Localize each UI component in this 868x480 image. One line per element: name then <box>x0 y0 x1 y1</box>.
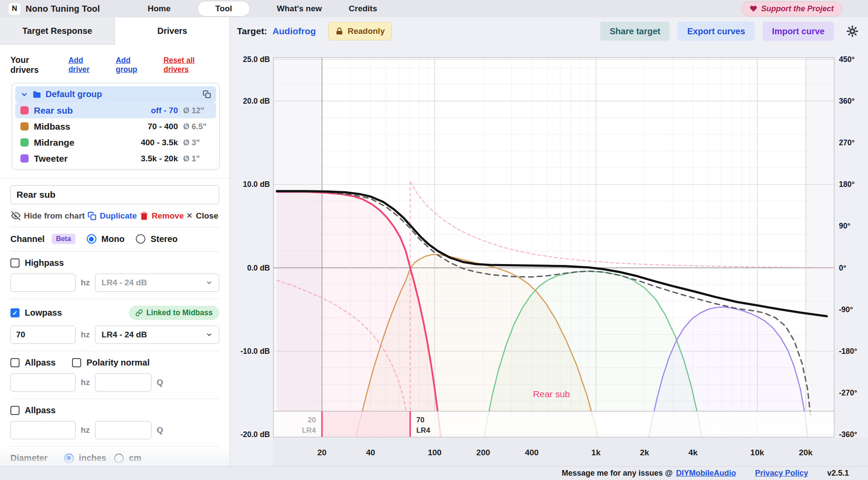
svg-text:100: 100 <box>428 448 442 457</box>
driver-group-header[interactable]: Default group <box>15 86 216 102</box>
privacy-policy-link[interactable]: Privacy Policy <box>755 469 808 478</box>
allpass1-checkbox[interactable] <box>10 358 20 367</box>
lowpass-label: Lowpass <box>25 308 62 318</box>
nav-tool[interactable]: Tool <box>197 1 250 16</box>
inches-radio[interactable] <box>64 454 74 463</box>
lowpass-freq-input[interactable] <box>10 326 76 344</box>
highpass-filter-value: LR4 - 24 dB <box>102 278 147 287</box>
svg-text:450°: 450° <box>839 55 855 64</box>
driver-name-input[interactable] <box>10 185 219 204</box>
driver-name: Midbass <box>34 121 142 132</box>
allpass2-label: Allpass <box>25 405 56 415</box>
chart-svg[interactable]: 20LR470LR4Rear sub20401002004001k2k4k10k… <box>230 43 868 466</box>
stereo-radio[interactable] <box>136 234 145 244</box>
lock-icon <box>335 27 343 35</box>
duplicate-label: Duplicate <box>100 211 137 221</box>
tab-target-response[interactable]: Target Response <box>0 17 115 45</box>
svg-text:400: 400 <box>525 448 539 457</box>
duplicate-button[interactable]: Duplicate <box>88 211 137 221</box>
driver-editor-panel: Hide from chart Duplicate Remove × Close <box>0 178 230 466</box>
svg-text:2k: 2k <box>640 448 649 457</box>
nav-whats-new[interactable]: What's new <box>277 4 322 13</box>
driver-name: Rear sub <box>34 105 146 116</box>
allpass2-section: Allpass hz Q <box>10 398 219 446</box>
group-name: Default group <box>46 89 198 99</box>
driver-color-swatch <box>20 154 29 163</box>
chart-header: Target: Audiofrog Readonly Share target … <box>230 17 868 43</box>
target-label: Target: <box>237 26 267 36</box>
allpass1-q-input[interactable] <box>95 373 151 392</box>
driver-size: Ø 6.5" <box>183 122 211 131</box>
target-name-link[interactable]: Audiofrog <box>273 26 316 36</box>
linked-label: Linked to Midbass <box>146 308 213 317</box>
driver-size: Ø 3" <box>183 138 211 147</box>
import-curve-button[interactable]: Import curve <box>763 22 834 41</box>
highpass-hz-unit: hz <box>81 278 90 287</box>
driver-row-tweeter[interactable]: Tweeter 3.5k - 20k Ø 1" <box>15 150 216 167</box>
driver-row-midbass[interactable]: Midbass 70 - 400 Ø 6.5" <box>15 118 216 134</box>
tab-drivers[interactable]: Drivers <box>115 17 230 45</box>
highpass-freq-input[interactable] <box>10 274 76 292</box>
heart-icon <box>750 5 757 13</box>
svg-text:-180°: -180° <box>839 347 857 356</box>
copy-icon <box>88 212 96 220</box>
support-project-button[interactable]: Support the Project <box>741 1 842 16</box>
reset-all-drivers-link[interactable]: Reset all drivers <box>164 56 219 74</box>
driver-name: Midrange <box>34 137 135 148</box>
highpass-checkbox[interactable] <box>10 258 20 268</box>
settings-gear-icon[interactable] <box>845 23 860 39</box>
lowpass-filter-value: LR4 - 24 dB <box>102 330 147 340</box>
chevron-down-icon <box>20 91 28 98</box>
diameter-label: Diameter <box>10 453 48 463</box>
add-driver-link[interactable]: Add driver <box>69 56 105 74</box>
svg-text:25.0 dB: 25.0 dB <box>243 55 270 64</box>
diameter-section: Diameter inches cm inches <box>10 446 219 466</box>
allpass1-hz-unit: hz <box>81 378 90 387</box>
driver-color-swatch <box>20 138 29 147</box>
cm-radio[interactable] <box>114 454 124 463</box>
your-drivers-label: Your drivers <box>10 55 57 75</box>
diymobileaudio-link[interactable]: DIYMobileAudio <box>676 469 736 478</box>
svg-text:Rear sub: Rear sub <box>533 389 570 399</box>
close-button[interactable]: × Close <box>187 211 218 221</box>
export-curves-button[interactable]: Export curves <box>677 22 754 41</box>
sidebar-tabs: Target Response Drivers <box>0 17 230 45</box>
app-title: Nono Tuning Tool <box>26 4 100 14</box>
allpass2-checkbox[interactable] <box>10 406 20 415</box>
allpass2-q-unit: Q <box>157 425 163 435</box>
allpass1-label: Allpass <box>25 358 56 368</box>
driver-row-rear-sub[interactable]: Rear sub off - 70 Ø 12" <box>15 102 216 118</box>
remove-button[interactable]: Remove <box>140 211 184 221</box>
app-logo[interactable]: N <box>9 3 20 15</box>
driver-actions: Hide from chart Duplicate Remove × Close <box>10 204 219 227</box>
driver-name: Tweeter <box>34 153 135 164</box>
mono-radio[interactable] <box>87 234 96 244</box>
nav-home[interactable]: Home <box>148 4 171 13</box>
svg-text:1k: 1k <box>592 448 601 457</box>
copy-group-icon[interactable] <box>203 90 211 98</box>
svg-text:-10.0 dB: -10.0 dB <box>240 347 270 356</box>
driver-row-midrange[interactable]: Midrange 400 - 3.5k Ø 3" <box>15 134 216 150</box>
highpass-section: Highpass hz LR4 - 24 dB <box>10 251 219 299</box>
highpass-filter-select[interactable]: LR4 - 24 dB <box>95 274 219 292</box>
main-nav: Home Tool What's new Credits <box>148 1 377 16</box>
allpass2-hz-unit: hz <box>81 425 90 435</box>
hide-from-chart-button[interactable]: Hide from chart <box>11 211 85 221</box>
logo-letter: N <box>12 4 17 13</box>
inches-option-label: inches <box>79 453 106 463</box>
allpass2-q-input[interactable] <box>95 421 151 439</box>
add-group-link[interactable]: Add group <box>116 56 152 74</box>
lowpass-filter-select[interactable]: LR4 - 24 dB <box>95 326 219 344</box>
hide-label: Hide from chart <box>24 211 85 221</box>
allpass1-freq-input[interactable] <box>10 373 76 392</box>
frequency-response-chart[interactable]: 20LR470LR4Rear sub20401002004001k2k4k10k… <box>230 43 868 466</box>
lowpass-checkbox[interactable] <box>10 308 20 317</box>
drivers-sidebar: Target Response Drivers Your drivers Add… <box>0 17 230 466</box>
nav-credits[interactable]: Credits <box>349 4 377 13</box>
share-target-button[interactable]: Share target <box>600 22 670 41</box>
linked-to-midbass-pill[interactable]: Linked to Midbass <box>129 306 219 320</box>
polarity-checkbox[interactable] <box>72 358 81 367</box>
allpass2-freq-input[interactable] <box>10 421 76 439</box>
svg-text:-20.0 dB: -20.0 dB <box>240 430 270 439</box>
svg-text:-90°: -90° <box>839 305 853 314</box>
